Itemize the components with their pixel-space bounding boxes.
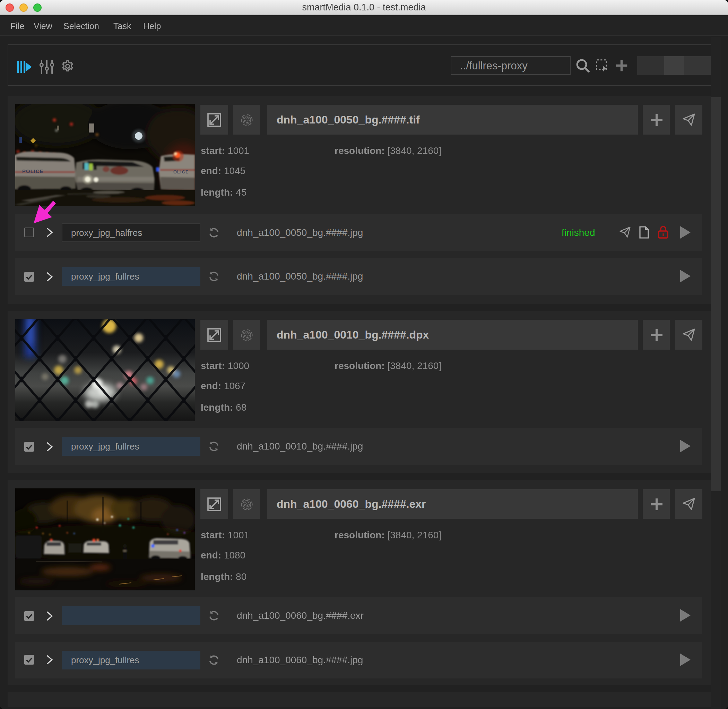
svg-text:OLICE: OLICE bbox=[173, 169, 189, 175]
svg-text:POLICE: POLICE bbox=[22, 168, 44, 174]
